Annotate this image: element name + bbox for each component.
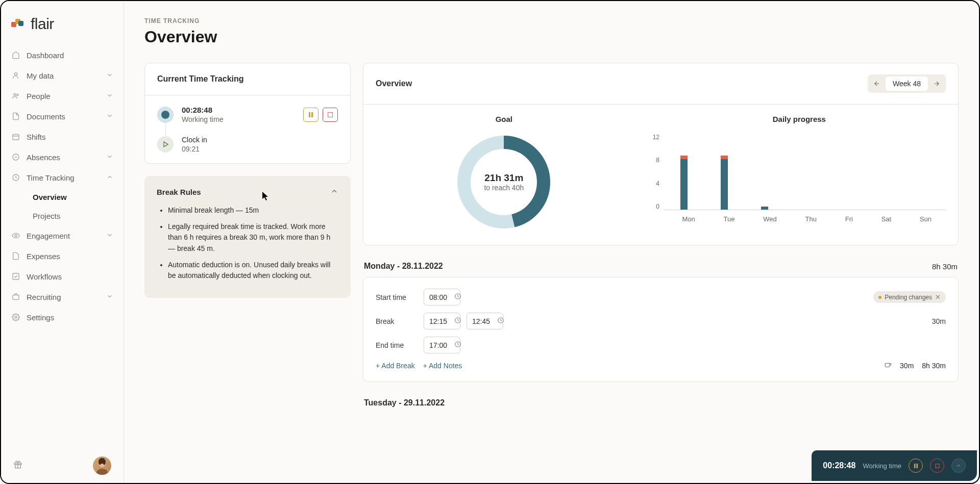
day-card-monday: Start time 08:00 Pending changes: [363, 277, 959, 382]
absence-icon: [11, 152, 20, 162]
svg-point-5: [17, 94, 18, 95]
clock-icon: [454, 293, 461, 301]
user-avatar[interactable]: [93, 456, 111, 475]
chevron-down-icon: [106, 112, 113, 121]
clockin-indicator: [157, 136, 174, 152]
break-duration: 30m: [932, 317, 946, 325]
week-label[interactable]: Week 48: [886, 77, 928, 91]
nav-time-tracking[interactable]: Time Tracking: [5, 167, 119, 188]
logo[interactable]: flair: [1, 1, 124, 45]
check-icon: [11, 272, 20, 281]
mini-expand-button[interactable]: [951, 458, 966, 473]
nav-settings[interactable]: Settings: [5, 307, 119, 327]
tracking-mini-bar: 00:28:48 Working time: [812, 450, 977, 481]
breadcrumb: TIME TRACKING: [144, 17, 959, 24]
working-indicator: [157, 107, 174, 123]
svg-marker-22: [164, 142, 168, 147]
mini-status: Working time: [863, 462, 901, 470]
end-time-input[interactable]: 17:00: [424, 337, 460, 353]
svg-rect-33: [935, 464, 939, 467]
coffee-icon: [884, 361, 892, 370]
svg-rect-2: [18, 21, 23, 26]
start-time-input[interactable]: 08:00: [424, 289, 460, 305]
clockin-time: 09:21: [182, 145, 338, 153]
svg-point-3: [14, 73, 17, 75]
user-icon: [11, 71, 20, 80]
nav-documents[interactable]: Documents: [5, 106, 119, 126]
briefcase-icon: [11, 292, 20, 301]
goal-value: 21h 31m: [484, 172, 524, 184]
day-title-tuesday: Tuesday - 29.11.2022: [364, 398, 445, 407]
svg-rect-32: [916, 464, 918, 468]
break-start-input[interactable]: 12:15: [424, 313, 460, 329]
chevron-down-icon: [106, 293, 113, 301]
day-total-monday: 8h 30m: [932, 262, 958, 271]
nav-shifts[interactable]: Shifts: [5, 126, 119, 147]
chevron-down-icon: [106, 153, 113, 162]
overview-title: Overview: [376, 79, 412, 88]
break-end-input[interactable]: 12:45: [467, 313, 503, 329]
add-notes-button[interactable]: + Add Notes: [423, 362, 462, 370]
add-break-button[interactable]: + Add Break: [376, 362, 415, 370]
nav-engagement[interactable]: Engagement: [5, 225, 119, 246]
clockin-label: Clock in: [182, 136, 338, 144]
stop-button[interactable]: [323, 108, 338, 122]
footer-total-time: 8h 30m: [922, 362, 946, 370]
document-icon: [11, 112, 20, 121]
daily-bar-chart: 12 8 4 0: [653, 134, 946, 210]
home-icon: [11, 50, 20, 60]
svg-rect-6: [13, 134, 19, 140]
daily-chart-title: Daily progress: [653, 115, 946, 123]
dismiss-badge-button[interactable]: ✕: [935, 293, 941, 301]
nav-people[interactable]: People: [5, 86, 119, 106]
break-label: Break: [376, 317, 424, 325]
mini-pause-button[interactable]: [909, 458, 923, 473]
nav-absences[interactable]: Absences: [5, 147, 119, 167]
nav-recruiting[interactable]: Recruiting: [5, 287, 119, 307]
eye-icon: [11, 231, 20, 240]
expense-icon: [11, 251, 20, 261]
goal-donut-chart: 21h 31m to reach 40h: [376, 134, 632, 231]
collapse-icon[interactable]: [330, 187, 338, 197]
break-rules-card: Break Rules Minimal break length — 15m L…: [144, 176, 351, 298]
start-time-label: Start time: [376, 293, 424, 301]
nav-my-data[interactable]: My data: [5, 65, 119, 86]
svg-rect-21: [328, 112, 333, 117]
nav-time-overview[interactable]: Overview: [27, 188, 119, 207]
svg-rect-13: [13, 295, 19, 300]
svg-point-14: [15, 316, 17, 318]
brand-name: flair: [31, 15, 54, 33]
footer-break-time: 30m: [900, 362, 914, 370]
nav-workflows[interactable]: Workflows: [5, 266, 119, 287]
elapsed-time: 00:28:48: [182, 106, 295, 114]
chevron-down-icon: [106, 92, 113, 100]
mini-stop-button[interactable]: [930, 458, 944, 473]
clock-icon: [497, 317, 504, 325]
gear-icon: [11, 313, 20, 322]
people-icon: [11, 91, 20, 100]
pending-changes-badge: Pending changes ✕: [873, 291, 946, 303]
nav-time-projects[interactable]: Projects: [27, 207, 119, 225]
svg-rect-19: [309, 112, 310, 117]
next-week-button[interactable]: [929, 76, 944, 91]
main-nav: Dashboard My data People Documents Shift…: [1, 45, 124, 448]
tracking-status: Working time: [182, 115, 295, 123]
clock-icon: [454, 341, 461, 349]
current-tracking-title: Current Time Tracking: [145, 63, 350, 95]
nav-dashboard[interactable]: Dashboard: [5, 45, 119, 65]
break-rules-list: Minimal break length — 15m Legally requi…: [157, 205, 338, 282]
clock-icon: [11, 173, 20, 182]
page-title: Overview: [144, 28, 959, 46]
chevron-up-icon: [106, 173, 113, 182]
gift-icon[interactable]: [13, 460, 22, 471]
svg-rect-31: [914, 464, 915, 468]
chevron-down-icon: [106, 71, 113, 80]
logo-icon: [11, 19, 26, 29]
goal-subtitle: to reach 40h: [484, 184, 524, 192]
pause-button[interactable]: [303, 108, 318, 122]
day-title-monday: Monday - 28.11.2022: [364, 262, 443, 271]
nav-expenses[interactable]: Expenses: [5, 246, 119, 266]
calendar-icon: [11, 132, 20, 141]
sidebar: flair Dashboard My data People Documents: [1, 1, 124, 483]
prev-week-button[interactable]: [869, 76, 885, 91]
